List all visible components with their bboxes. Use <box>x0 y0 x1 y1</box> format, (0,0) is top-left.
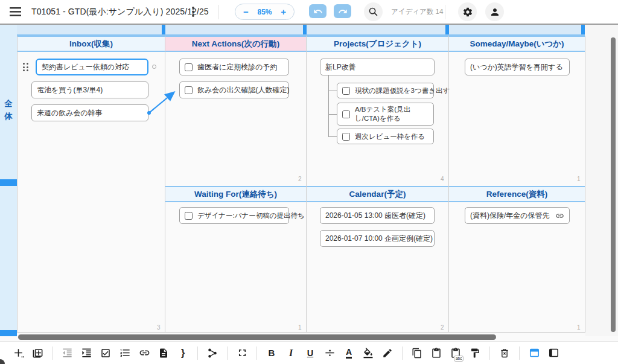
section-header-projects[interactable]: Projects(プロジェクト) <box>307 36 448 52</box>
settings-button[interactable] <box>458 2 477 21</box>
section-header-someday[interactable]: Someday/Maybe(いつか) <box>449 36 585 52</box>
link-icon[interactable] <box>555 211 564 220</box>
sidebar-tab-overall[interactable]: 全 体 <box>0 98 17 122</box>
horizontal-scrollbar[interactable] <box>18 334 496 340</box>
sidebar-bottom-indicator <box>0 330 17 336</box>
strip-segment-someday[interactable] <box>449 25 585 34</box>
section-header-calendar[interactable]: Calendar(予定) <box>307 186 448 202</box>
section-header-next-actions[interactable]: Next Actions(次の行動) <box>165 36 306 52</box>
fill-color-icon <box>363 348 374 359</box>
section-header-reference[interactable]: Reference(資料) <box>449 186 585 202</box>
section-header-inbox[interactable]: Inbox(収集) <box>18 36 165 52</box>
toolbar-divider <box>519 346 520 360</box>
fill-color-button[interactable] <box>359 344 377 362</box>
board-bottom-border <box>17 332 585 333</box>
checkbox-icon[interactable] <box>342 87 350 95</box>
drag-handle-icon[interactable] <box>23 63 28 71</box>
brace-icon: } <box>181 348 185 359</box>
card-calendar-planning-meeting[interactable]: 2026-01-07 10:00 企画定例(確定) <box>320 230 435 247</box>
card-inbox-party-organizer[interactable]: 来週の飲み会の幹事 <box>31 104 148 121</box>
add-card-icon <box>32 347 43 359</box>
italic-icon: I <box>289 348 293 359</box>
format-painter-button[interactable] <box>466 344 484 362</box>
card-inbox-contract-review[interactable]: 契約書レビュー依頼の対応 <box>36 59 148 75</box>
toolbar-divider <box>256 346 257 360</box>
checkbox-icon[interactable] <box>185 212 193 220</box>
card-project-lp-improvement[interactable]: 新LP改善 <box>320 59 435 75</box>
count-calendar: 2 <box>441 324 444 331</box>
link-icon <box>139 347 150 359</box>
numbered-list-button[interactable] <box>116 344 134 362</box>
italic-button[interactable]: I <box>282 344 300 362</box>
card-anchor-dot[interactable] <box>152 65 156 69</box>
brace-button[interactable]: } <box>174 344 192 362</box>
copy-button[interactable] <box>408 344 426 362</box>
document-icon <box>158 348 169 359</box>
card-reference-insurance[interactable]: (資料)保険/年金の保管先 <box>465 207 570 224</box>
strikethrough-button[interactable] <box>320 344 339 362</box>
add-card-button[interactable] <box>28 344 46 362</box>
card-waiting-designer-banner[interactable]: デザイナー:バナー初稿の提出待ち <box>179 207 289 224</box>
card-project-task-hypotheses[interactable]: 現状の課題仮説を3つ書き出す <box>337 83 434 98</box>
card-inbox-buy-batteries[interactable]: 電池を買う(単3/単4) <box>31 81 148 98</box>
abc-badge: abc <box>454 356 464 362</box>
topbar-divider <box>218 5 219 19</box>
column-border <box>448 36 449 333</box>
node-graph-button[interactable] <box>203 344 221 362</box>
add-item-button[interactable] <box>9 344 27 362</box>
outdent-button[interactable] <box>58 344 76 362</box>
redo-icon <box>338 7 348 16</box>
strip-segment-projects[interactable] <box>307 25 449 34</box>
count-waiting-for: 1 <box>298 324 302 331</box>
toolbar-divider <box>227 346 228 360</box>
card-project-task-weekly-review[interactable]: 週次レビュー枠を作る <box>337 129 434 144</box>
paste-text-button[interactable]: abc <box>447 344 465 362</box>
toggle-checkbox-button[interactable] <box>97 344 115 362</box>
card-project-task-ab-test[interactable]: A/Bテスト案(見出し/CTA)を作る <box>337 103 434 126</box>
indent-button[interactable] <box>77 344 95 362</box>
strip-segment-inbox[interactable] <box>17 25 165 34</box>
column-border <box>165 36 165 333</box>
bold-button[interactable]: B <box>263 344 281 362</box>
layout-columns-button[interactable] <box>544 344 562 362</box>
fullscreen-button[interactable] <box>233 344 251 362</box>
checkbox-icon[interactable] <box>342 133 350 141</box>
bottom-toolbar: } B I U A <box>0 341 618 364</box>
layout-rows-button[interactable] <box>525 344 543 362</box>
column-border <box>17 36 18 333</box>
checkbox-icon[interactable] <box>185 86 193 94</box>
count-next-actions: 2 <box>298 176 302 182</box>
more-menu-button[interactable] <box>192 0 194 24</box>
card-someday-english[interactable]: (いつか)英語学習を再開する <box>465 59 570 75</box>
menu-button[interactable] <box>10 0 21 24</box>
numbered-list-icon <box>119 347 131 359</box>
text-color-button[interactable]: A <box>340 344 358 362</box>
search-button[interactable] <box>364 2 383 21</box>
sidebar-row-indicator <box>0 179 17 186</box>
card-next-dentist[interactable]: 歯医者に定期検診の予約 <box>179 59 289 75</box>
checkbox-icon[interactable] <box>342 110 350 118</box>
delete-button[interactable] <box>495 344 514 362</box>
card-calendar-dentist[interactable]: 2026-01-05 13:00 歯医者(確定) <box>320 207 435 224</box>
delete-icon <box>499 348 510 359</box>
undo-button[interactable] <box>309 4 327 18</box>
zoom-in-button[interactable]: + <box>281 7 286 16</box>
redo-button[interactable] <box>334 4 351 18</box>
account-button[interactable] <box>485 2 504 21</box>
app-window: T01051 - GTD(最小:サンプル入り) 2025/12/25 − 85%… <box>0 0 618 364</box>
topbar-divider <box>445 5 445 19</box>
paste-button[interactable] <box>427 344 445 362</box>
zoom-out-button[interactable]: − <box>243 7 249 16</box>
card-next-party-rsvp[interactable]: 飲み会の出欠確認(人数確定) <box>179 81 289 98</box>
zoom-control: − 85% + <box>235 4 295 20</box>
note-document-button[interactable] <box>154 344 173 362</box>
section-header-waiting-for[interactable]: Waiting For(連絡待ち) <box>165 186 306 202</box>
vertical-scrollbar[interactable] <box>611 37 616 332</box>
pen-button[interactable] <box>378 344 397 362</box>
strip-segment-next-actions[interactable] <box>165 25 307 34</box>
underline-button[interactable]: U <box>301 344 319 362</box>
insert-link-button[interactable] <box>135 344 153 362</box>
menu-icon <box>10 7 21 16</box>
search-icon <box>368 7 378 17</box>
checkbox-icon[interactable] <box>185 63 193 71</box>
